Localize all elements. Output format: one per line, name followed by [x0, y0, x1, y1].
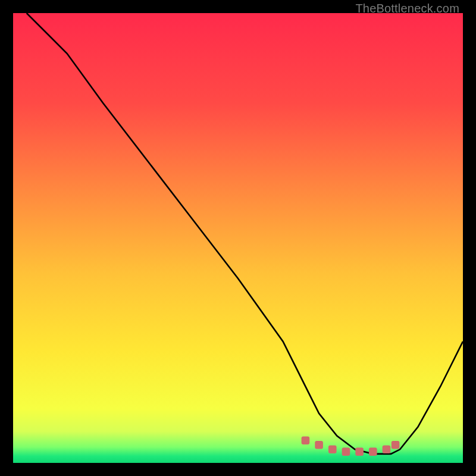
svg-rect-0 — [13, 13, 463, 463]
background-gradient — [13, 13, 463, 463]
plot-area — [13, 13, 463, 463]
